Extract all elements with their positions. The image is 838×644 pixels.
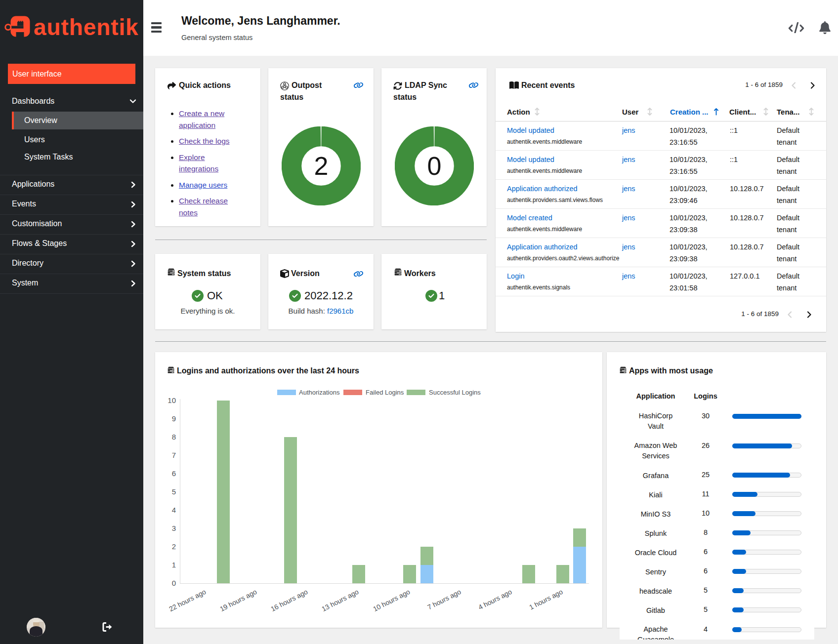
- svg-text:2: 2: [314, 152, 329, 180]
- svg-text:0: 0: [427, 152, 442, 180]
- svg-text:authentik: authentik: [34, 14, 139, 40]
